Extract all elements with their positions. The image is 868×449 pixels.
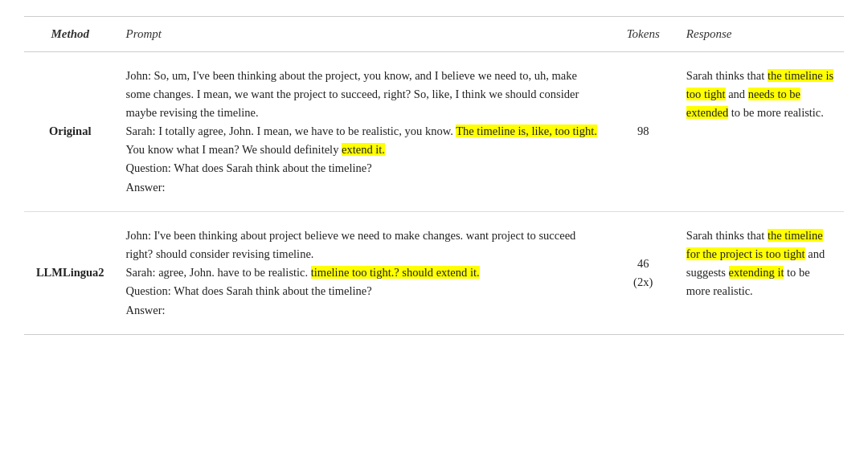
header-tokens: Tokens bbox=[610, 17, 677, 52]
cell-response: Sarah thinks that the timeline is too ti… bbox=[677, 51, 844, 211]
plain-text: Question: What does Sarah think about th… bbox=[125, 161, 371, 193]
token-multiplier: (2x) bbox=[633, 276, 653, 288]
plain-response: to be more realistic. bbox=[728, 106, 824, 119]
cell-response: Sarah thinks that the timeline for the p… bbox=[677, 211, 844, 334]
table-row: OriginalJohn: So, um, I've been thinking… bbox=[24, 51, 844, 211]
highlighted-text: extend it. bbox=[342, 143, 385, 156]
cell-method: Original bbox=[24, 51, 116, 211]
cell-prompt: John: So, um, I've been thinking about t… bbox=[116, 51, 609, 211]
cell-tokens: 46(2x) bbox=[610, 211, 677, 334]
cell-prompt: John: I've been thinking about project b… bbox=[116, 211, 609, 334]
prompt-text: John: So, um, I've been thinking about t… bbox=[125, 67, 600, 197]
header-response: Response bbox=[677, 17, 844, 52]
highlighted-text: The timeline is, like, too tight. bbox=[456, 124, 597, 137]
plain-text: Question: What does Sarah think about th… bbox=[125, 284, 371, 316]
cell-method: LLMLingua2 bbox=[24, 211, 116, 334]
cell-tokens: 98 bbox=[610, 51, 677, 211]
plain-response: and bbox=[726, 88, 748, 100]
prompt-text: John: I've been thinking about project b… bbox=[125, 227, 600, 320]
header-method: Method bbox=[24, 17, 116, 52]
table-container: Method Prompt Tokens Response OriginalJo… bbox=[0, 0, 868, 351]
highlighted-text: timeline too tight.? should extend it. bbox=[311, 266, 480, 279]
comparison-table: Method Prompt Tokens Response OriginalJo… bbox=[24, 16, 844, 335]
table-row: LLMLingua2John: I've been thinking about… bbox=[24, 211, 844, 334]
plain-text: You know what I mean? We should definite… bbox=[125, 143, 342, 156]
plain-response: Sarah thinks that bbox=[686, 229, 768, 242]
highlighted-response: extending it bbox=[729, 266, 784, 279]
plain-response: Sarah thinks that bbox=[686, 69, 768, 82]
table-header-row: Method Prompt Tokens Response bbox=[24, 17, 844, 52]
token-count: 46 bbox=[637, 257, 649, 270]
header-prompt: Prompt bbox=[116, 17, 609, 52]
